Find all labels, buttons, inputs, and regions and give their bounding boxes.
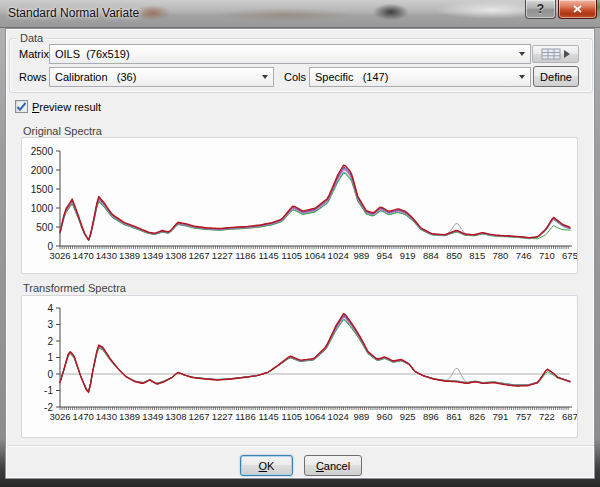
view-matrix-button[interactable] — [532, 45, 579, 63]
table-arrow-icon — [541, 48, 571, 60]
transformed-spectra-caption: Transformed Spectra — [20, 282, 129, 294]
svg-text:989: 989 — [353, 411, 369, 422]
rows-label: Rows — [19, 71, 47, 83]
svg-text:710: 710 — [539, 250, 555, 261]
svg-text:687: 687 — [562, 411, 577, 422]
svg-text:1349: 1349 — [142, 250, 163, 261]
original-spectra-chart: 0500100015002000250030261470143013891349… — [21, 137, 578, 274]
svg-text:1227: 1227 — [212, 250, 233, 261]
svg-text:960: 960 — [377, 411, 393, 422]
svg-text:1430: 1430 — [96, 411, 117, 422]
svg-text:1: 1 — [47, 352, 53, 363]
svg-text:1105: 1105 — [282, 411, 302, 422]
dialog-standard-normal-variate: Standard Normal Variate ? Data Matrix OI… — [0, 0, 600, 487]
matrix-label: Matrix — [19, 48, 49, 60]
svg-text:1227: 1227 — [212, 411, 233, 422]
svg-text:1064: 1064 — [304, 411, 325, 422]
svg-text:1470: 1470 — [73, 411, 94, 422]
ok-button[interactable]: OK — [240, 455, 293, 476]
cols-dropdown[interactable]: Specific (147) — [309, 67, 531, 87]
checkmark-icon — [16, 102, 27, 112]
close-button[interactable] — [558, 0, 597, 19]
cols-dropdown-value: Specific (147) — [310, 71, 514, 83]
dialog-body: Data Matrix OILS (76x519) Rows Calibrati… — [5, 28, 595, 479]
svg-text:861: 861 — [446, 411, 462, 422]
svg-text:815: 815 — [469, 250, 485, 261]
svg-text:896: 896 — [423, 411, 439, 422]
svg-text:1105: 1105 — [282, 250, 302, 261]
chevron-down-icon — [519, 52, 525, 56]
transformed-spectra-plot: -2-1012343026147014301389134913081267122… — [22, 296, 577, 437]
rows-dropdown[interactable]: Calibration (36) — [49, 67, 274, 87]
svg-text:1500: 1500 — [31, 184, 54, 195]
close-icon — [573, 5, 582, 13]
svg-text:850: 850 — [446, 250, 462, 261]
svg-text:1267: 1267 — [189, 250, 210, 261]
button-separator — [8, 445, 594, 447]
svg-text:4: 4 — [47, 303, 53, 314]
svg-text:954: 954 — [377, 250, 393, 261]
help-icon: ? — [537, 2, 544, 16]
svg-text:1430: 1430 — [96, 250, 117, 261]
titlebar[interactable]: Standard Normal Variate ? — [0, 0, 600, 28]
svg-text:2000: 2000 — [31, 165, 54, 176]
cols-label: Cols — [284, 71, 306, 83]
svg-text:1470: 1470 — [73, 250, 94, 261]
svg-text:3026: 3026 — [49, 250, 70, 261]
define-button[interactable]: Define — [533, 66, 579, 87]
preview-result-checkbox[interactable] — [15, 100, 28, 113]
svg-text:1349: 1349 — [142, 411, 163, 422]
svg-text:1389: 1389 — [119, 250, 140, 261]
svg-text:1000: 1000 — [31, 203, 54, 214]
svg-text:500: 500 — [36, 222, 53, 233]
svg-text:1186: 1186 — [235, 411, 255, 422]
svg-text:989: 989 — [353, 250, 369, 261]
svg-text:3: 3 — [47, 319, 53, 330]
svg-text:1024: 1024 — [328, 411, 349, 422]
original-spectra-plot: 0500100015002000250030261470143013891349… — [22, 138, 577, 273]
svg-text:1024: 1024 — [328, 250, 349, 261]
help-button[interactable]: ? — [525, 0, 556, 19]
cancel-button[interactable]: Cancel — [304, 455, 362, 476]
svg-text:919: 919 — [400, 250, 416, 261]
matrix-dropdown[interactable]: OILS (76x519) — [49, 44, 531, 64]
svg-text:-1: -1 — [44, 385, 53, 396]
svg-text:757: 757 — [516, 411, 532, 422]
chevron-down-icon — [262, 75, 268, 79]
svg-text:1186: 1186 — [235, 250, 255, 261]
svg-text:746: 746 — [516, 250, 532, 261]
matrix-dropdown-value: OILS (76x519) — [50, 48, 514, 60]
data-group-caption: Data — [17, 32, 46, 44]
svg-text:1145: 1145 — [258, 250, 278, 261]
chevron-down-icon — [519, 75, 525, 79]
svg-text:1308: 1308 — [165, 411, 186, 422]
svg-text:826: 826 — [469, 411, 485, 422]
preview-result-label: Preview result — [32, 101, 101, 113]
svg-text:722: 722 — [539, 411, 555, 422]
svg-text:2: 2 — [47, 336, 53, 347]
svg-text:3026: 3026 — [49, 411, 70, 422]
svg-text:675: 675 — [562, 250, 577, 261]
svg-text:1308: 1308 — [165, 250, 186, 261]
rows-dropdown-value: Calibration (36) — [50, 71, 257, 83]
window-title: Standard Normal Variate — [8, 6, 139, 20]
transformed-spectra-chart: -2-1012343026147014301389134913081267122… — [21, 295, 578, 438]
svg-text:884: 884 — [423, 250, 439, 261]
svg-text:791: 791 — [493, 411, 509, 422]
svg-text:925: 925 — [400, 411, 416, 422]
svg-text:1389: 1389 — [119, 411, 140, 422]
svg-text:2500: 2500 — [31, 146, 54, 157]
original-spectra-caption: Original Spectra — [20, 125, 105, 137]
svg-text:1267: 1267 — [189, 411, 210, 422]
svg-text:1064: 1064 — [304, 250, 325, 261]
svg-text:0: 0 — [47, 369, 53, 380]
svg-text:780: 780 — [493, 250, 509, 261]
svg-text:1145: 1145 — [258, 411, 278, 422]
